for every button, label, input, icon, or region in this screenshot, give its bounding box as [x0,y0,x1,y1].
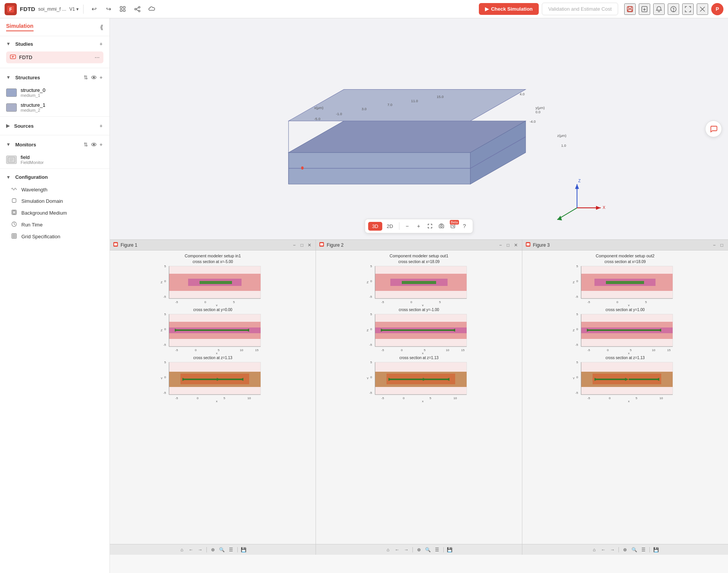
simulation-tab[interactable]: Simulation [6,23,34,31]
view-3d-button[interactable]: 3D [368,222,382,231]
topbar: F FDTD soi_mmi_f ... V1 ▾ ↩ ↪ ▶ Check Si… [0,0,728,18]
fig3-config-btn[interactable]: ☰ [639,546,647,554]
sort-monitors-button[interactable]: ⇅ [83,141,89,148]
eye-monitors-button[interactable] [90,141,97,148]
fig1-home-btn[interactable]: ⌂ [178,546,186,554]
save-icon-button[interactable] [624,3,636,15]
fig3-maximize-btn[interactable]: □ [719,242,725,248]
monitors-chevron: ▼ [6,142,11,147]
camera-button[interactable] [436,221,447,231]
fit-view-button[interactable] [425,221,435,231]
config-runtime-item[interactable]: Run Time [0,219,110,231]
fig1-pan-btn[interactable]: ⊕ [209,546,217,554]
user-avatar[interactable]: P [711,3,723,15]
fig2-zoom-btn[interactable]: 🔍 [424,546,432,554]
fig3-svg2: -5 0 5 10 15 x 5 0 -5 Z [570,312,680,354]
zoom-out-button[interactable]: − [402,221,412,231]
cloud-button[interactable] [146,3,158,15]
fig1-fwd-btn[interactable]: → [196,546,204,554]
help-button[interactable] [668,3,679,15]
fig2-home-btn[interactable]: ⌂ [384,546,392,554]
fig2-pan-btn[interactable]: ⊕ [415,546,423,554]
svg-text:0: 0 [370,327,372,331]
studies-section-header[interactable]: ▼ Studies + [0,36,110,51]
view-2d-button[interactable]: 2D [383,222,397,231]
config-bgmed-label: Background Medium [21,210,67,216]
fig2-close-btn[interactable]: ✕ [513,242,519,248]
sources-section: ▶ Sources + [0,118,110,133]
fig2-svg1: -5 0 5 y 5 0 -5 Z [364,264,474,306]
svg-text:5: 5 [439,300,441,304]
add-structure-button[interactable]: + [99,74,103,81]
fig1-close-btn[interactable]: ✕ [306,242,312,248]
fig2-back-btn[interactable]: ← [393,546,401,554]
configuration-section-header[interactable]: ▼ Configuration [0,170,110,184]
fig2-plot3: cross section at z=1.13 [316,356,522,402]
svg-text:-5: -5 [381,300,384,304]
fig3-minimize-btn[interactable]: − [711,242,717,248]
grid-button[interactable] [117,3,129,15]
fig1-maximize-btn[interactable]: □ [299,242,305,248]
fig2-config-btn[interactable]: ☰ [433,546,441,554]
chat-button[interactable] [705,120,722,137]
svg-line-9 [136,8,139,9]
structure-1-item[interactable]: structure_1 medium_2 [0,100,110,115]
sort-structures-button[interactable]: ⇅ [83,74,89,81]
monitors-section-header[interactable]: ▼ Monitors ⇅ + [0,137,110,152]
monitor-field-item[interactable]: field FieldMonitor [0,152,110,167]
config-gridspec-item[interactable]: Grid Specification [0,231,110,242]
eye-structures-button[interactable] [90,74,97,81]
fig1-config-btn[interactable]: ☰ [227,546,235,554]
fig3-save-btn[interactable]: 💾 [652,546,660,554]
fig3-plot2: cross section at y=1.00 -5 0 [522,308,728,354]
svg-text:-5.0: -5.0 [314,117,321,121]
undo-button[interactable]: ↩ [88,3,100,15]
check-simulation-button[interactable]: ▶ Check Simulation [479,3,539,15]
fig2-minimize-btn[interactable]: − [498,242,504,248]
svg-text:0: 0 [403,396,405,400]
config-simdomain-item[interactable]: Simulation Domain [0,195,110,207]
fig3-pan-btn[interactable]: ⊕ [621,546,629,554]
config-bgmed-item[interactable]: Background Medium [0,207,110,219]
add-source-button[interactable]: + [99,122,103,130]
fig3-home-btn[interactable]: ⌂ [590,546,598,554]
config-wavelength-item[interactable]: Wavelength [0,184,110,195]
share-button[interactable] [132,3,143,15]
svg-text:15: 15 [255,348,258,352]
fig3-fwd-btn[interactable]: → [609,546,616,554]
structures-section-header[interactable]: ▼ Structures ⇅ + [0,70,110,85]
svg-point-6 [139,6,140,8]
study-fdtd-item[interactable]: FDTD ⋯ [6,51,103,63]
fig1-zoom-btn[interactable]: 🔍 [218,546,226,554]
study-menu-button[interactable]: ⋯ [95,55,100,60]
fig3-zoom-btn[interactable]: 🔍 [630,546,638,554]
fig2-maximize-btn[interactable]: □ [505,242,511,248]
close-button[interactable] [697,3,708,15]
sources-section-header[interactable]: ▶ Sources + [0,118,110,133]
help-view-button[interactable]: ? [459,221,470,231]
svg-text:-5: -5 [175,396,178,400]
version-selector[interactable]: V1 ▾ [69,6,79,12]
bell-button[interactable] [653,3,665,15]
collapse-sidebar-button[interactable]: ⟪ [100,24,103,31]
add-monitor-button[interactable]: + [99,141,103,148]
import-button[interactable] [639,3,650,15]
fig1-back-btn[interactable]: ← [187,546,195,554]
fig2-plot2: cross section at y=-1.00 -5 0 [316,308,522,354]
fig2-save-btn[interactable]: 💾 [446,546,454,554]
fig2-fwd-btn[interactable]: → [403,546,410,554]
zoom-in-button[interactable]: + [413,221,424,231]
redo-button[interactable]: ↪ [103,3,114,15]
svg-rect-115 [217,379,243,380]
validation-button[interactable]: Validation and Estimate Cost [542,3,618,15]
divider-4 [0,169,110,169]
add-study-button[interactable]: + [99,40,103,48]
fig1-minimize-btn[interactable]: − [291,242,297,248]
divider-3 [0,135,110,135]
svg-text:10: 10 [454,396,457,400]
structure-0-item[interactable]: structure_0 medium_1 [0,85,110,100]
fullscreen-button[interactable] [682,3,694,15]
svg-rect-220 [594,379,625,380]
fig3-back-btn[interactable]: ← [599,546,607,554]
fig1-save-btn[interactable]: 💾 [240,546,248,554]
